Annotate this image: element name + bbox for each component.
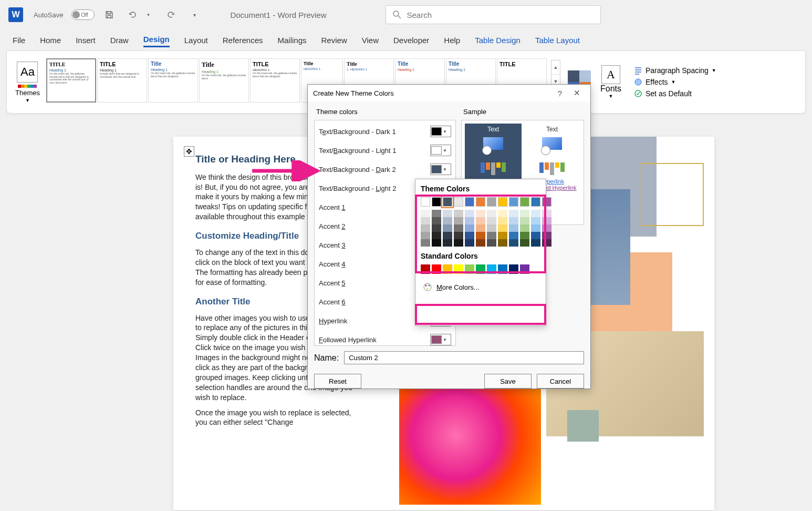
tab-table-design[interactable]: Table Design — [475, 34, 520, 47]
color-swatch[interactable] — [465, 239, 474, 247]
redo-icon[interactable] — [166, 9, 176, 20]
color-swatch[interactable] — [531, 197, 540, 207]
color-swatch[interactable] — [498, 197, 507, 207]
color-swatch[interactable] — [443, 197, 452, 207]
color-swatch[interactable] — [520, 224, 529, 232]
color-swatch[interactable] — [520, 210, 529, 217]
dialog-titlebar[interactable]: Create New Theme Colors ? ✕ — [308, 85, 590, 101]
color-swatch[interactable] — [487, 210, 496, 217]
color-swatch[interactable] — [498, 232, 507, 239]
color-swatch[interactable] — [443, 232, 452, 239]
color-swatch[interactable] — [443, 224, 452, 232]
color-swatch[interactable] — [465, 197, 474, 207]
color-swatch[interactable] — [542, 210, 551, 217]
color-swatch[interactable] — [465, 264, 474, 274]
color-swatch[interactable] — [509, 232, 518, 239]
color-swatch[interactable] — [531, 210, 540, 217]
color-swatch[interactable] — [542, 217, 551, 224]
tab-help[interactable]: Help — [444, 34, 460, 47]
color-swatch[interactable] — [454, 217, 463, 224]
color-swatch[interactable] — [432, 264, 441, 274]
color-swatch[interactable] — [542, 197, 551, 207]
tab-file[interactable]: File — [13, 34, 25, 47]
color-swatch[interactable] — [432, 217, 441, 224]
theme-color-dropdown[interactable]: ▼ — [430, 145, 451, 156]
qat-customize-icon[interactable]: ▾ — [189, 9, 200, 20]
color-swatch[interactable] — [465, 210, 474, 217]
tab-draw[interactable]: Draw — [110, 34, 129, 47]
color-swatch[interactable] — [443, 217, 452, 224]
close-icon[interactable]: ✕ — [568, 88, 585, 98]
undo-icon[interactable] — [127, 9, 138, 20]
color-swatch[interactable] — [421, 239, 430, 247]
style-gallery-item[interactable]: TITLEHeading 1Include items that are des… — [97, 58, 147, 103]
color-swatch[interactable] — [487, 217, 496, 224]
more-colors-button[interactable]: More Colors... — [421, 279, 540, 295]
color-swatch[interactable] — [509, 264, 518, 274]
color-swatch[interactable] — [421, 232, 430, 239]
cancel-button[interactable]: Cancel — [537, 374, 584, 389]
color-swatch[interactable] — [476, 232, 485, 239]
tab-view[interactable]: View — [362, 34, 379, 47]
color-swatch[interactable] — [520, 239, 529, 247]
color-swatch[interactable] — [476, 210, 485, 217]
gallery-scroll-up[interactable]: ▲ — [551, 60, 560, 75]
search-box[interactable] — [386, 5, 601, 24]
color-swatch[interactable] — [520, 217, 529, 224]
color-swatch[interactable] — [531, 224, 540, 232]
color-swatch[interactable] — [432, 197, 441, 207]
save-icon[interactable] — [104, 9, 114, 20]
color-swatch[interactable] — [432, 210, 441, 217]
color-swatch[interactable] — [454, 210, 463, 217]
tab-mailings[interactable]: Mailings — [278, 34, 307, 47]
color-swatch[interactable] — [509, 239, 518, 247]
color-swatch[interactable] — [476, 217, 485, 224]
color-swatch[interactable] — [542, 224, 551, 232]
theme-color-dropdown[interactable]: ▼ — [430, 126, 451, 137]
color-swatch[interactable] — [509, 224, 518, 232]
color-swatch[interactable] — [531, 217, 540, 224]
tab-developer[interactable]: Developer — [393, 34, 429, 47]
themes-button[interactable]: Aa Themes ▼ — [13, 59, 42, 105]
color-swatch[interactable] — [465, 232, 474, 239]
color-swatch[interactable] — [432, 239, 441, 247]
color-swatch[interactable] — [454, 224, 463, 232]
tab-references[interactable]: References — [223, 34, 263, 47]
color-swatch[interactable] — [443, 239, 452, 247]
color-swatch[interactable] — [487, 264, 496, 274]
color-swatch[interactable] — [421, 224, 430, 232]
tab-insert[interactable]: Insert — [76, 34, 96, 47]
color-swatch[interactable] — [454, 239, 463, 247]
autosave-toggle[interactable]: Off — [71, 9, 95, 20]
color-swatch[interactable] — [520, 197, 529, 207]
color-swatch[interactable] — [531, 239, 540, 247]
color-swatch[interactable] — [520, 264, 529, 274]
theme-color-dropdown[interactable]: ▼ — [430, 334, 451, 345]
color-swatch[interactable] — [465, 224, 474, 232]
color-swatch[interactable] — [432, 224, 441, 232]
color-swatch[interactable] — [421, 197, 430, 207]
effects-button[interactable]: Effects▼ — [634, 78, 716, 86]
color-swatch[interactable] — [476, 264, 485, 274]
color-swatch[interactable] — [476, 224, 485, 232]
set-default-button[interactable]: Set as Default — [634, 89, 716, 98]
style-gallery-item[interactable]: TitleHeading 1On the Insert tab, the gal… — [199, 58, 249, 103]
theme-color-dropdown[interactable]: ▼ — [430, 163, 451, 175]
color-swatch[interactable] — [498, 217, 507, 224]
help-icon[interactable]: ? — [551, 89, 568, 98]
color-swatch[interactable] — [498, 224, 507, 232]
color-swatch[interactable] — [509, 210, 518, 217]
color-swatch[interactable] — [487, 239, 496, 247]
tab-design[interactable]: Design — [143, 33, 170, 47]
color-swatch[interactable] — [421, 264, 430, 274]
paragraph-spacing-button[interactable]: Paragraph Spacing▼ — [634, 66, 716, 75]
color-swatch[interactable] — [509, 217, 518, 224]
color-swatch[interactable] — [421, 217, 430, 224]
style-gallery-item[interactable]: TITLEHeading 1On the Insert tab, the gal… — [46, 58, 96, 103]
save-button[interactable]: Save — [484, 374, 532, 389]
color-swatch[interactable] — [487, 232, 496, 239]
color-swatch[interactable] — [520, 232, 529, 239]
style-gallery-item[interactable]: TitleHeading 1On the Insert tab, the gal… — [148, 58, 198, 103]
color-swatch[interactable] — [443, 264, 452, 274]
style-gallery-item[interactable]: TITLEHEADING 1On the Insert tab, the gal… — [250, 58, 300, 103]
